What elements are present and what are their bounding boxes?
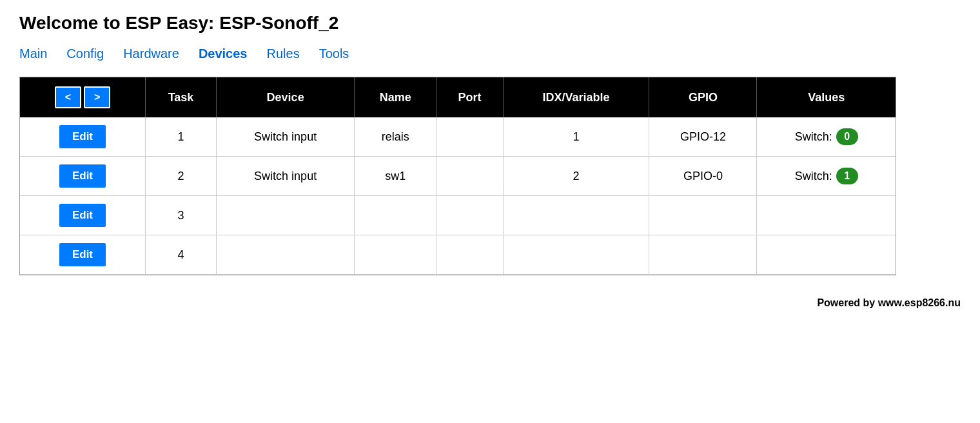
name-cell: relais bbox=[355, 117, 436, 157]
nav-item-hardware[interactable]: Hardware bbox=[123, 46, 179, 61]
footer-text: Powered by www.esp8266.nu bbox=[817, 297, 961, 308]
port-cell bbox=[436, 117, 503, 157]
next-page-button[interactable]: > bbox=[84, 86, 110, 108]
switch-badge: 1 bbox=[836, 168, 858, 184]
nav-item-rules[interactable]: Rules bbox=[267, 46, 300, 61]
switch-label: Switch: bbox=[795, 170, 832, 183]
name-cell bbox=[355, 235, 436, 275]
gpio-cell: GPIO-0 bbox=[649, 157, 757, 196]
values-cell: Switch:0 bbox=[757, 117, 896, 157]
idx-cell bbox=[503, 196, 649, 235]
port-cell bbox=[436, 235, 503, 275]
edit-cell: Edit bbox=[20, 117, 145, 157]
nav-item-config[interactable]: Config bbox=[66, 46, 104, 61]
idx-cell: 1 bbox=[503, 117, 649, 157]
idx-cell bbox=[503, 235, 649, 275]
table-header-nav: < > bbox=[20, 77, 145, 117]
edit-cell: Edit bbox=[20, 157, 145, 196]
col-values: Values bbox=[757, 77, 896, 117]
edit-button-row-4[interactable]: Edit bbox=[59, 243, 106, 266]
nav-item-devices[interactable]: Devices bbox=[199, 46, 248, 61]
footer: Powered by www.esp8266.nu bbox=[19, 297, 961, 309]
values-cell bbox=[757, 235, 896, 275]
nav-item-main[interactable]: Main bbox=[19, 46, 47, 61]
switch-badge: 0 bbox=[836, 128, 858, 145]
table-row: Edit4 bbox=[20, 235, 896, 275]
task-cell: 2 bbox=[145, 157, 216, 196]
table-row: Edit3 bbox=[20, 196, 896, 235]
task-cell: 1 bbox=[145, 117, 216, 157]
name-cell bbox=[355, 196, 436, 235]
port-cell bbox=[436, 157, 503, 196]
col-idx: IDX/Variable bbox=[503, 77, 649, 117]
switch-label: Switch: bbox=[795, 130, 832, 144]
col-gpio: GPIO bbox=[649, 77, 757, 117]
device-cell bbox=[217, 196, 355, 235]
nav-item-tools[interactable]: Tools bbox=[319, 46, 349, 61]
col-name: Name bbox=[355, 77, 436, 117]
device-cell: Switch input bbox=[217, 157, 355, 196]
idx-cell: 2 bbox=[503, 157, 649, 196]
edit-cell: Edit bbox=[20, 235, 145, 275]
table-row: Edit2Switch inputsw12GPIO-0Switch:1 bbox=[20, 157, 896, 196]
col-task: Task bbox=[145, 77, 216, 117]
devices-table-wrapper: < > Task Device Name Port IDX/Variable G… bbox=[19, 77, 896, 275]
task-cell: 3 bbox=[145, 196, 216, 235]
values-cell: Switch:1 bbox=[757, 157, 896, 196]
page-title: Welcome to ESP Easy: ESP-Sonoff_2 bbox=[19, 13, 961, 34]
values-cell bbox=[757, 196, 896, 235]
port-cell bbox=[436, 196, 503, 235]
edit-cell: Edit bbox=[20, 196, 145, 235]
edit-button-row-3[interactable]: Edit bbox=[59, 204, 106, 227]
edit-button-row-1[interactable]: Edit bbox=[59, 125, 106, 148]
name-cell: sw1 bbox=[355, 157, 436, 196]
main-nav: MainConfigHardwareDevicesRulesTools bbox=[19, 46, 961, 61]
table-row: Edit1Switch inputrelais1GPIO-12Switch:0 bbox=[20, 117, 896, 157]
task-cell: 4 bbox=[145, 235, 216, 275]
device-cell bbox=[217, 235, 355, 275]
device-cell: Switch input bbox=[217, 117, 355, 157]
edit-button-row-2[interactable]: Edit bbox=[59, 164, 106, 188]
gpio-cell: GPIO-12 bbox=[649, 117, 757, 157]
col-device: Device bbox=[217, 77, 355, 117]
prev-page-button[interactable]: < bbox=[55, 86, 81, 108]
gpio-cell bbox=[649, 235, 757, 275]
gpio-cell bbox=[649, 196, 757, 235]
devices-table: < > Task Device Name Port IDX/Variable G… bbox=[20, 77, 896, 275]
col-port: Port bbox=[436, 77, 503, 117]
